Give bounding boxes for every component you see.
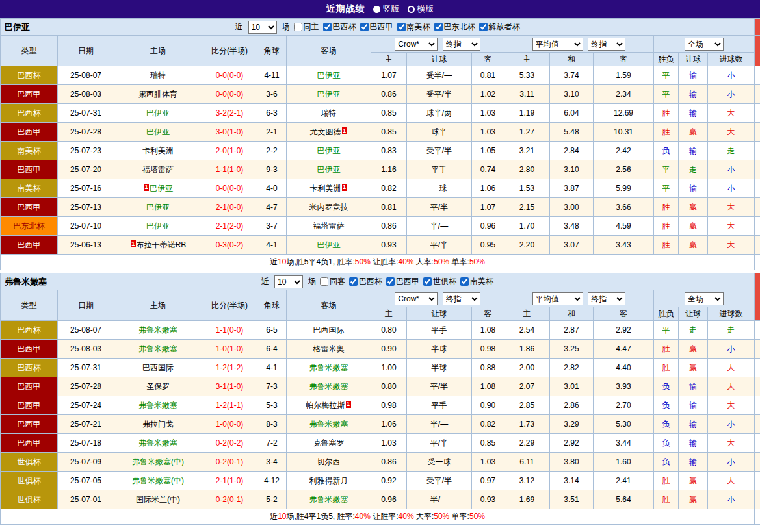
league-checkbox[interactable] bbox=[360, 23, 369, 31]
team-name: 米内罗竞技 bbox=[309, 203, 348, 212]
result-goals-cell: 大 bbox=[708, 434, 755, 453]
odds-handicap-cell: 半球 bbox=[407, 340, 472, 359]
col-header-odds-away: 客 bbox=[472, 307, 504, 321]
near-label: 近 bbox=[261, 276, 269, 287]
score-cell: 1-1(1-0) bbox=[202, 160, 257, 179]
bookmaker-select[interactable]: Crow* bbox=[395, 292, 438, 305]
avg-draw-cell: 2.87 bbox=[550, 321, 594, 340]
right-rail bbox=[755, 377, 760, 396]
average-final-select[interactable]: 终指 bbox=[588, 292, 625, 305]
avg-home-cell: 1.86 bbox=[504, 340, 550, 359]
avg-away-cell: 2.41 bbox=[594, 472, 654, 490]
average-final-select[interactable]: 终指 bbox=[588, 38, 625, 51]
right-rail bbox=[755, 434, 760, 453]
match-count-select[interactable]: 10 bbox=[274, 275, 303, 288]
league-checkbox[interactable] bbox=[479, 23, 488, 31]
league-type-cell: 巴西杯 bbox=[1, 66, 58, 85]
score-cell: 0-0(0-0) bbox=[202, 179, 257, 198]
league-filter[interactable]: 巴西甲 bbox=[360, 21, 393, 32]
odds-away-cell: 0.88 bbox=[472, 359, 504, 377]
odds-home-cell: 0.80 bbox=[371, 377, 407, 396]
team-name: 弗鲁米嫩塞 bbox=[309, 382, 348, 391]
scope-select[interactable]: 全场 bbox=[685, 292, 724, 305]
away-team-cell: 瑞特 bbox=[287, 104, 371, 123]
match-row: 南美杯25-07-23卡利美洲2-0(1-0)2-2巴伊亚0.83受平/半1.0… bbox=[1, 142, 760, 160]
league-filter[interactable]: 世俱杯 bbox=[423, 276, 456, 287]
bookmaker-select[interactable]: Crow* bbox=[395, 38, 438, 51]
league-type-cell: 世俱杯 bbox=[1, 472, 58, 490]
home-team-cell: 1布拉干蒂诺RB bbox=[114, 236, 202, 255]
score-cell: 3-0(1-0) bbox=[202, 123, 257, 142]
league-checkbox[interactable] bbox=[423, 277, 432, 286]
odds-away-cell: 1.08 bbox=[472, 321, 504, 340]
league-checkbox[interactable] bbox=[397, 23, 406, 31]
odds-home-cell: 0.90 bbox=[371, 340, 407, 359]
avg-draw-cell: 2.82 bbox=[550, 359, 594, 377]
col-header-avg-draw: 和 bbox=[550, 53, 594, 66]
avg-home-cell: 2.20 bbox=[504, 236, 550, 255]
same-venue-filter[interactable]: 同客 bbox=[320, 276, 345, 287]
avg-away-cell: 1.60 bbox=[594, 453, 654, 472]
col-header-odds-handicap: 让球 bbox=[407, 307, 472, 321]
odds-home-cell: 0.80 bbox=[371, 321, 407, 340]
red-card-badge: 1 bbox=[342, 127, 347, 134]
league-checkbox[interactable] bbox=[434, 23, 443, 31]
radio-horizontal-icon[interactable] bbox=[408, 6, 415, 13]
away-team-cell: 帕尔梅拉斯1 bbox=[287, 396, 371, 415]
view-option-vertical[interactable]: 竖版 bbox=[373, 3, 400, 15]
league-checkbox[interactable] bbox=[349, 277, 358, 286]
league-filter[interactable]: 解放者杯 bbox=[479, 21, 520, 32]
summary-segment: 近 bbox=[270, 512, 278, 521]
league-checkbox[interactable] bbox=[323, 23, 332, 31]
same-venue-checkbox[interactable] bbox=[294, 23, 302, 31]
league-type-cell: 巴西杯 bbox=[1, 359, 58, 377]
avg-home-cell: 2.85 bbox=[504, 396, 550, 415]
col-header-away: 客场 bbox=[287, 36, 371, 66]
league-filter[interactable]: 巴西杯 bbox=[349, 276, 382, 287]
team-name: 瑞特 bbox=[150, 71, 166, 80]
odds-home-cell: 0.86 bbox=[371, 453, 407, 472]
result-goals-cell: 小 bbox=[708, 453, 755, 472]
match-count-select[interactable]: 10 bbox=[248, 21, 277, 34]
league-type-cell: 巴西甲 bbox=[1, 85, 58, 104]
result-handicap-cell: 输 bbox=[679, 142, 708, 160]
league-filter[interactable]: 巴西杯 bbox=[323, 21, 356, 32]
avg-draw-cell: 3.14 bbox=[550, 472, 594, 490]
team-name: 福塔雷萨 bbox=[142, 165, 174, 174]
result-goals-cell: 小 bbox=[708, 160, 755, 179]
league-filter[interactable]: 南美杯 bbox=[460, 276, 493, 287]
home-team-cell: 圣保罗 bbox=[114, 377, 202, 396]
avg-draw-cell: 3.25 bbox=[550, 340, 594, 359]
league-filter[interactable]: 巴西甲 bbox=[386, 276, 419, 287]
league-filter[interactable]: 巴东北杯 bbox=[434, 21, 475, 32]
date-cell: 25-07-01 bbox=[58, 490, 114, 509]
league-filter-label: 巴西杯 bbox=[359, 276, 382, 287]
bookmaker-final-select[interactable]: 终指 bbox=[443, 38, 480, 51]
odds-handicap-cell: 平/半 bbox=[407, 198, 472, 217]
same-venue-checkbox[interactable] bbox=[320, 277, 328, 286]
summary-segment: 50% bbox=[355, 257, 371, 266]
red-card-badge: 1 bbox=[131, 240, 136, 247]
odds-away-cell: 0.93 bbox=[472, 490, 504, 509]
league-type-cell: 巴西甲 bbox=[1, 396, 58, 415]
team-name: 克鲁塞罗 bbox=[313, 438, 345, 448]
radio-vertical-icon[interactable] bbox=[373, 6, 380, 13]
home-team-cell: 弗鲁米嫩塞 bbox=[114, 396, 202, 415]
bookmaker-final-select[interactable]: 终指 bbox=[443, 292, 480, 305]
avg-home-cell: 5.33 bbox=[504, 66, 550, 85]
score-cell: 0-0(0-0) bbox=[202, 66, 257, 85]
date-cell: 25-07-24 bbox=[58, 396, 114, 415]
league-checkbox[interactable] bbox=[460, 277, 469, 286]
average-select[interactable]: 平均值 bbox=[532, 38, 583, 51]
view-option-horizontal[interactable]: 横版 bbox=[408, 3, 434, 15]
average-select[interactable]: 平均值 bbox=[532, 292, 583, 305]
match-row: 巴西杯25-08-07弗鲁米嫩塞1-1(0-0)6-5巴西国际0.80平手1.0… bbox=[1, 321, 760, 340]
odds-away-cell: 1.06 bbox=[472, 179, 504, 198]
same-venue-filter[interactable]: 同主 bbox=[294, 21, 319, 32]
summary-segment: 50% bbox=[434, 257, 449, 266]
league-filter[interactable]: 南美杯 bbox=[397, 21, 430, 32]
summary-segment: 单率: bbox=[449, 512, 469, 521]
games-label: 场 bbox=[282, 21, 290, 32]
league-checkbox[interactable] bbox=[386, 277, 395, 286]
scope-select[interactable]: 全场 bbox=[685, 38, 724, 51]
